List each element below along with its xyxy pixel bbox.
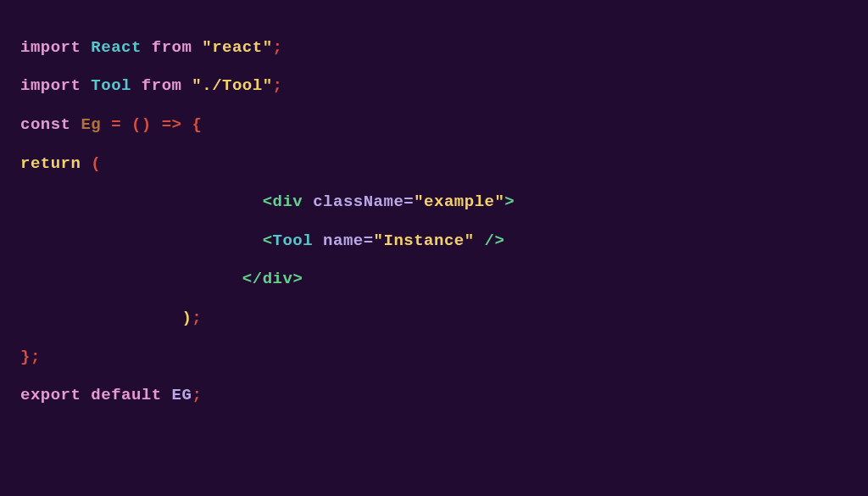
angle-close: > <box>504 192 515 211</box>
code-line-17: }; <box>20 348 41 366</box>
code-line-3: import Tool from "./Tool"; <box>20 76 282 95</box>
equals: = <box>111 115 121 134</box>
angle-close: > <box>494 231 504 250</box>
keyword-import: import <box>20 76 81 95</box>
attr-classname: className <box>313 192 403 211</box>
code-line-1: import React from "react"; <box>20 38 283 57</box>
brace-close: } <box>20 348 31 366</box>
identifier-eg: EG <box>172 386 192 404</box>
code-line-19: export default EG; <box>20 386 202 404</box>
code-line-7: return ( <box>20 154 101 173</box>
keyword-const: const <box>20 115 71 134</box>
code-line-9: <div className="example"> <box>20 192 515 211</box>
code-line-5: const Eg = () => { <box>20 115 202 134</box>
keyword-default: default <box>91 386 161 404</box>
string-instance: "Instance" <box>374 231 475 250</box>
code-snippet: import React from "react"; import Tool f… <box>0 0 868 424</box>
attr-name: name <box>323 231 364 250</box>
code-line-13: </div> <box>20 270 303 288</box>
attr-eq: = <box>364 231 374 250</box>
arrow: => <box>162 115 182 134</box>
semicolon: ; <box>192 309 202 327</box>
identifier-react: React <box>91 38 142 57</box>
keyword-return: return <box>20 154 81 173</box>
angle-close: > <box>292 270 303 288</box>
string-example: "example" <box>414 192 504 211</box>
tag-div: div <box>263 270 293 288</box>
semicolon: ; <box>192 386 202 404</box>
code-line-11: <Tool name="Instance" /> <box>20 231 504 250</box>
angle-open: < <box>263 231 273 250</box>
slash: / <box>253 270 263 288</box>
tag-div: div <box>273 192 303 211</box>
keyword-from: from <box>152 38 192 57</box>
string-react: "react" <box>202 38 272 57</box>
const-name-eg: Eg <box>81 115 101 134</box>
keyword-import: import <box>20 38 81 57</box>
keyword-export: export <box>20 386 81 404</box>
string-tool-path: "./Tool" <box>192 76 272 95</box>
identifier-tool: Tool <box>91 76 131 95</box>
angle-open: < <box>263 192 273 211</box>
component-tool: Tool <box>273 231 314 250</box>
semicolon: ; <box>31 348 41 366</box>
attr-eq: = <box>403 192 414 211</box>
semicolon: ; <box>273 76 283 95</box>
code-line-15: ); <box>20 309 202 327</box>
parens: () <box>131 115 152 134</box>
keyword-from: from <box>142 76 182 95</box>
paren-close: ) <box>181 309 192 327</box>
brace-open: { <box>192 115 202 134</box>
slash: / <box>485 231 495 250</box>
paren-open: ( <box>91 154 101 173</box>
angle-open: < <box>242 270 253 288</box>
semicolon: ; <box>273 38 283 57</box>
